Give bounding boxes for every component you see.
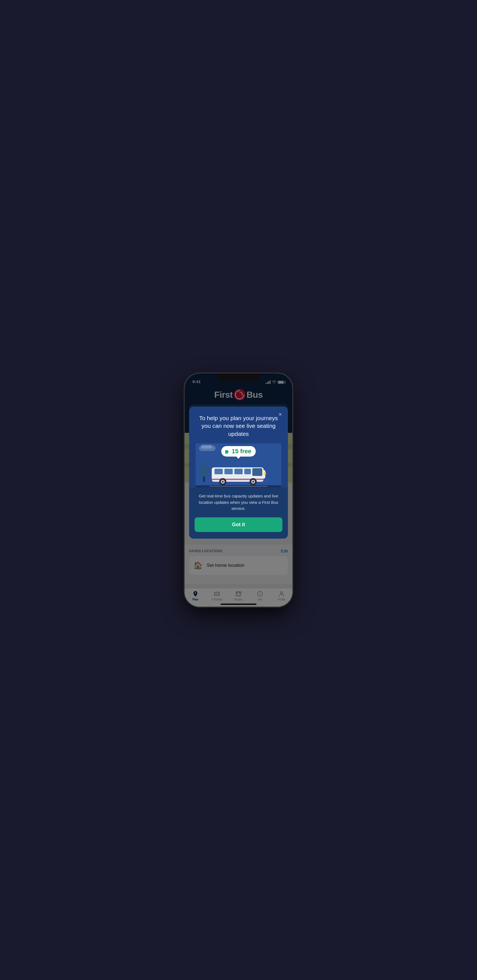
tree-left <box>200 464 208 482</box>
svg-point-21 <box>252 481 254 482</box>
badge-tail <box>236 456 241 459</box>
bus-scene: 15 free <box>196 443 281 487</box>
svg-rect-12 <box>235 469 242 474</box>
road-line <box>209 486 268 487</box>
seat-icon <box>225 449 230 454</box>
modal-bottom: Get real-time bus capacity updates and l… <box>189 487 288 539</box>
seat-count-text: 15 free <box>232 448 252 455</box>
modal-title: To help you plan your journeys you can n… <box>196 414 281 438</box>
phone-screen: 9:41 First <box>185 374 292 606</box>
svg-rect-3 <box>225 452 228 453</box>
svg-rect-9 <box>252 468 262 476</box>
svg-point-18 <box>222 481 223 482</box>
cloud-decoration-2 <box>201 445 212 449</box>
svg-rect-6 <box>227 453 228 454</box>
svg-rect-10 <box>214 469 223 474</box>
bus-illustration <box>209 463 268 485</box>
svg-rect-22 <box>264 472 266 475</box>
seat-count-badge: 15 free <box>221 446 256 457</box>
svg-rect-11 <box>224 469 233 474</box>
svg-rect-13 <box>244 469 251 474</box>
modal-close-button[interactable]: × <box>276 410 284 418</box>
modal-description: Get real-time bus capacity updates and l… <box>195 493 282 512</box>
modal-top: × To help you plan your journeys you can… <box>189 407 288 487</box>
got-it-button[interactable]: Got it <box>195 517 282 532</box>
svg-rect-5 <box>225 453 227 454</box>
modal-card: × To help you plan your journeys you can… <box>189 407 288 539</box>
modal-overlay: × To help you plan your journeys you can… <box>185 374 292 606</box>
phone-frame: 9:41 First <box>185 374 292 606</box>
svg-rect-4 <box>227 451 229 452</box>
